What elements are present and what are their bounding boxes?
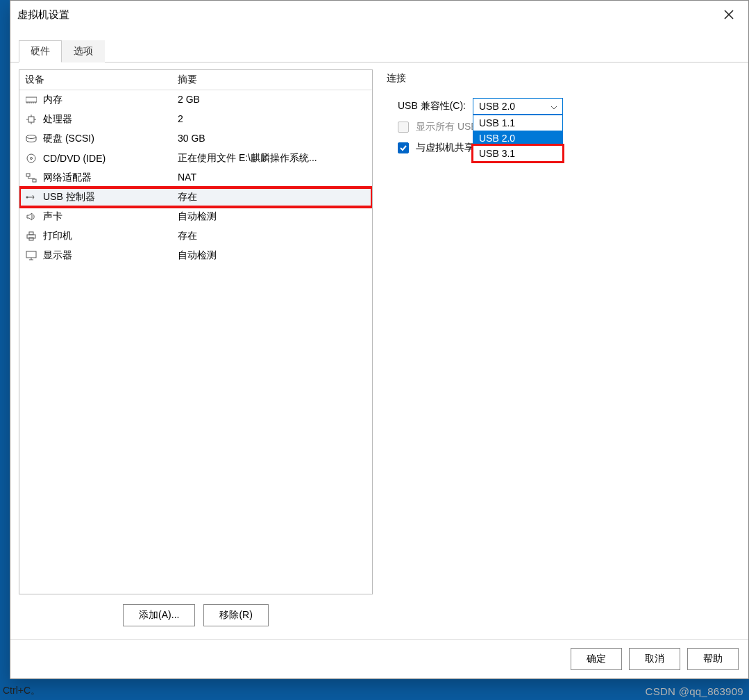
device-summary: 正在使用文件 E:\麒麟操作系统... [178,152,367,165]
device-row-printer[interactable]: 打印机 存在 [19,226,372,246]
ok-button[interactable]: 确定 [571,648,622,670]
dialog-title: 虚拟机设置 [17,8,69,22]
device-summary: 存在 [178,191,367,203]
device-list: 设备 摘要 内存 2 GB 处理器 2 硬盘 (SCSI) 30 GB CD/D… [19,69,373,594]
header-device: 设备 [25,74,178,86]
device-row-network[interactable]: 网络适配器 NAT [19,168,372,188]
hardware-left-panel: 设备 摘要 内存 2 GB 处理器 2 硬盘 (SCSI) 30 GB CD/D… [19,69,373,626]
usb-icon [25,192,37,203]
usb-compat-label: USB 兼容性(C): [398,100,466,112]
device-summary: 30 GB [178,133,367,145]
help-button[interactable]: 帮助 [687,648,739,670]
printer-icon [25,231,37,242]
tab-hardware[interactable]: 硬件 [19,40,62,62]
device-summary: 2 [178,113,367,126]
tab-bar: 硬件 选项 [10,40,748,62]
device-row-cddvd[interactable]: CD/DVD (IDE) 正在使用文件 E:\麒麟操作系统... [19,149,372,168]
titlebar: 虚拟机设置 [10,1,748,28]
usb-compat-option-usb20[interactable]: USB 2.0 [473,131,562,146]
cancel-button[interactable]: 取消 [629,648,680,670]
device-label: 处理器 [43,113,72,126]
device-label: CD/DVD (IDE) [43,153,106,164]
device-label: 内存 [43,94,62,106]
svg-point-2 [26,135,36,139]
show-all-usb-label: 显示所有 USB [416,121,478,133]
usb-compat-option-usb11[interactable]: USB 1.1 [473,115,562,131]
sound-icon [25,211,37,222]
disk-icon [25,133,37,144]
dialog-button-bar: 确定 取消 帮助 [10,639,748,678]
svg-point-4 [31,158,33,160]
background-hint-text: Ctrl+C。 [3,685,40,697]
device-buttons: 添加(A)... 移除(R) [19,604,373,626]
cpu-icon [25,114,37,125]
check-icon [399,144,407,152]
svg-rect-6 [33,179,36,182]
show-all-usb-checkbox [398,122,409,133]
svg-rect-9 [29,232,33,235]
device-row-memory[interactable]: 内存 2 GB [19,90,372,110]
usb-compat-dropdown-list: USB 1.1 USB 2.0 USB 3.1 [473,115,563,162]
connection-group-label: 连接 [387,72,739,85]
network-icon [25,172,37,183]
connection-group: USB 兼容性(C): USB 2.0 USB 1.1 USB 2.0 USB … [387,92,739,162]
add-button[interactable]: 添加(A)... [123,604,195,626]
svg-rect-0 [26,97,37,102]
device-label: 打印机 [43,230,72,242]
share-usb-label: 与虚拟机共享 [416,142,474,154]
display-icon [25,250,37,261]
svg-rect-5 [26,174,30,176]
device-summary: 2 GB [178,94,367,106]
device-summary: 自动检测 [178,210,367,223]
device-row-usb[interactable]: USB 控制器 存在 [19,188,372,207]
device-summary: 自动检测 [178,249,367,262]
device-summary: 存在 [178,230,367,242]
vm-settings-dialog: 虚拟机设置 硬件 选项 设备 摘要 内存 2 GB 处理器 2 [10,0,749,679]
dialog-body: 设备 摘要 内存 2 GB 处理器 2 硬盘 (SCSI) 30 GB CD/D… [10,62,748,639]
device-row-display[interactable]: 显示器 自动检测 [19,246,372,265]
svg-rect-11 [26,251,36,258]
device-row-disk[interactable]: 硬盘 (SCSI) 30 GB [19,129,372,149]
remove-button[interactable]: 移除(R) [203,604,268,626]
usb-compat-combo[interactable]: USB 2.0 USB 1.1 USB 2.0 USB 3.1 [473,98,563,115]
close-icon [724,10,734,19]
svg-rect-1 [28,117,34,122]
show-all-usb-row: 显示所有 USB [398,117,734,138]
device-row-cpu[interactable]: 处理器 2 [19,110,372,129]
close-button[interactable] [716,5,741,24]
memory-icon [25,94,37,106]
cd-icon [25,153,37,164]
share-usb-row: 与虚拟机共享 [398,138,734,158]
device-label: 网络适配器 [43,172,92,184]
watermark-text: CSDN @qq_863909 [646,685,743,697]
tab-options[interactable]: 选项 [62,40,105,62]
device-label: USB 控制器 [43,191,95,203]
device-row-sound[interactable]: 声卡 自动检测 [19,207,372,226]
usb-compat-selected-value[interactable]: USB 2.0 [473,98,563,115]
svg-point-7 [26,197,28,199]
device-summary: NAT [178,172,367,184]
combo-value-text: USB 2.0 [479,101,515,112]
device-label: 显示器 [43,249,72,262]
usb-compat-row: USB 兼容性(C): USB 2.0 USB 1.1 USB 2.0 USB … [398,96,734,117]
header-summary: 摘要 [178,74,367,86]
usb-compat-option-usb31[interactable]: USB 3.1 [473,146,562,161]
hardware-right-panel: 连接 USB 兼容性(C): USB 2.0 USB 1.1 USB 2.0 U… [385,69,740,626]
svg-point-3 [27,154,35,162]
device-list-header: 设备 摘要 [19,70,372,90]
share-usb-checkbox[interactable] [398,142,409,153]
device-label: 声卡 [43,210,62,223]
device-label: 硬盘 (SCSI) [43,133,94,145]
